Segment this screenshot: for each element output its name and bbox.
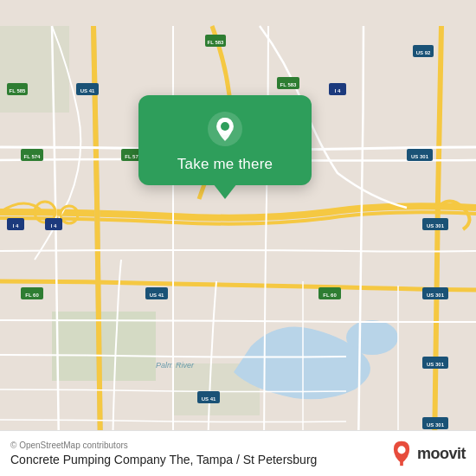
svg-text:US 92: US 92 (416, 50, 431, 55)
svg-point-50 (397, 446, 405, 453)
svg-text:US 301: US 301 (427, 362, 445, 367)
svg-text:US 301: US 301 (427, 293, 445, 298)
svg-rect-1 (0, 26, 69, 113)
svg-text:FL 585: FL 585 (10, 88, 27, 93)
svg-text:I 4: I 4 (13, 223, 19, 228)
svg-point-49 (221, 122, 229, 131)
map-container: Palm River (0, 0, 476, 476)
svg-text:US 301: US 301 (411, 154, 429, 159)
bottom-left-info: © OpenStreetMap contributors Concrete Pu… (10, 441, 317, 466)
svg-text:US 301: US 301 (427, 422, 445, 428)
moovit-pin-icon (389, 440, 414, 467)
moovit-logo: moovit (389, 440, 466, 467)
svg-text:US 41: US 41 (150, 293, 164, 298)
svg-text:FL 583: FL 583 (280, 82, 298, 87)
moovit-brand-text: moovit (417, 445, 466, 463)
svg-text:US 41: US 41 (202, 396, 216, 402)
svg-text:FL 583: FL 583 (208, 40, 225, 45)
svg-text:Palm River: Palm River (156, 361, 195, 370)
copyright-text: © OpenStreetMap contributors (10, 441, 317, 450)
svg-text:US 301: US 301 (427, 223, 445, 228)
svg-text:FL 60: FL 60 (323, 293, 337, 298)
svg-text:FL 574: FL 574 (24, 154, 42, 159)
location-pin-icon (207, 111, 243, 147)
take-me-there-button[interactable]: Take me there (177, 156, 273, 173)
popup-card: Take me there (138, 95, 312, 185)
location-name: Concrete Pumping Company The, Tampa / St… (10, 453, 317, 466)
svg-text:I 4: I 4 (335, 88, 341, 93)
svg-rect-2 (52, 312, 156, 381)
svg-rect-51 (400, 462, 403, 466)
svg-text:FL 57: FL 57 (125, 154, 138, 159)
svg-text:FL 60: FL 60 (25, 293, 39, 298)
svg-text:I 4: I 4 (51, 223, 57, 228)
bottom-bar: © OpenStreetMap contributors Concrete Pu… (0, 430, 476, 476)
svg-text:US 41: US 41 (80, 88, 95, 93)
